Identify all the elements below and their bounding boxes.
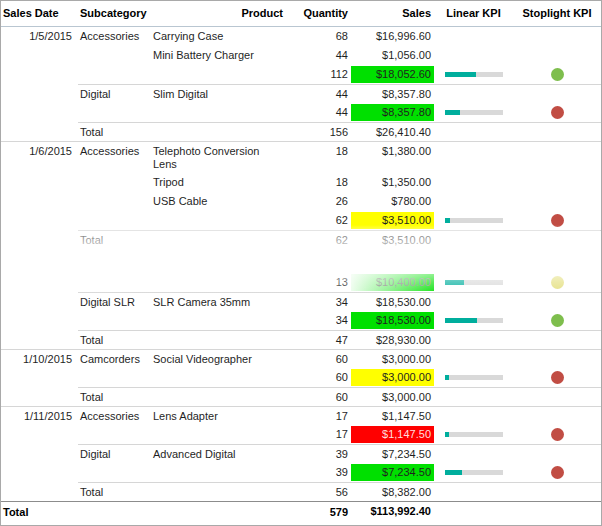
sales-cell: $18,530.00 [351, 292, 434, 311]
stoplight-kpi-cell [513, 230, 601, 249]
sales-value: $780.00 [351, 193, 434, 210]
linear-kpi-cell [434, 211, 513, 230]
sales-kpi-highlight: $1,147.50 [351, 426, 434, 443]
linear-kpi-fill [445, 110, 461, 115]
sales-cell: $3,000.00 [351, 349, 434, 368]
sales-cell: $28,930.00 [351, 330, 434, 349]
subcategory-cell: Digital SLR [78, 292, 149, 311]
subcategory-cell: Accessories [78, 27, 149, 46]
quantity-cell: 39 [286, 463, 351, 482]
product-cell [149, 273, 286, 292]
sales-kpi-report: Sales Date Subcategory Product Quantity … [0, 0, 602, 526]
sales-date-cell [1, 173, 78, 192]
subcategory-cell [78, 463, 149, 482]
column-header-quantity: Quantity [286, 1, 351, 27]
grand-total-row: Total 579 $113,992.40 [1, 501, 601, 525]
quantity-cell: 18 [286, 141, 351, 173]
linear-kpi-fill [445, 218, 451, 223]
quantity-cell: 62 [286, 211, 351, 230]
product-cell: Lens Adapter [149, 406, 286, 425]
stoplight-kpi-cell [513, 46, 601, 65]
sales-date-cell [1, 273, 78, 292]
sales-kpi-highlight: $3,510.00 [351, 212, 434, 229]
linear-kpi-cell [434, 103, 513, 122]
table-row: DigitalSlim Digital44$8,357.80 [1, 84, 601, 103]
product-cell [149, 103, 286, 122]
subcategory-cell [78, 65, 149, 84]
group-total-row: Total56$8,382.00 [1, 482, 601, 501]
sales-value: $113,992.40 [351, 503, 434, 520]
product-cell: Advanced Digital [149, 444, 286, 463]
sales-cell: $1,147.50 [351, 406, 434, 425]
linear-kpi-cell [434, 65, 513, 84]
linear-kpi-cell [434, 84, 513, 103]
grand-total-sales: $113,992.40 [351, 502, 434, 525]
table-row: Digital SLRSLR Camera 35mm34$18,530.00 [1, 292, 601, 311]
linear-kpi-gauge [445, 375, 503, 380]
table-row: USB Cable26$780.00 [1, 192, 601, 211]
table-row: Tripod18$1,350.00 [1, 173, 601, 192]
linear-kpi-cell [434, 387, 513, 406]
stoplight-indicator-red [551, 214, 564, 227]
product-cell [149, 122, 286, 141]
quantity-cell: 18 [286, 173, 351, 192]
sales-date-cell [1, 192, 78, 211]
linear-kpi-gauge [445, 432, 503, 437]
quantity-cell: 60 [286, 387, 351, 406]
quantity-cell: 47 [286, 330, 351, 349]
stoplight-indicator-green [551, 314, 564, 327]
subtotal-row: 13$10,400.00 [1, 273, 601, 292]
quantity-cell: 26 [286, 192, 351, 211]
linear-kpi-cell [434, 349, 513, 368]
sales-cell: $8,357.80 [351, 103, 434, 122]
sales-date-cell [1, 425, 78, 444]
quantity-cell: 13 [286, 273, 351, 292]
product-cell [149, 387, 286, 406]
sales-date-cell [1, 211, 78, 230]
stoplight-kpi-cell [513, 444, 601, 463]
stoplight-indicator-red [551, 428, 564, 441]
linear-kpi-gauge [445, 72, 503, 77]
quantity-cell: 17 [286, 425, 351, 444]
stoplight-kpi-cell [513, 311, 601, 330]
table-row: Mini Battery Charger44$1,056.00 [1, 46, 601, 65]
sales-date-cell [1, 482, 78, 501]
quantity-cell: 112 [286, 65, 351, 84]
subcategory-cell: Total [78, 387, 149, 406]
product-cell [149, 463, 286, 482]
quantity-cell: 17 [286, 406, 351, 425]
linear-kpi-cell [434, 502, 513, 525]
product-cell: Telephoto Conversion Lens [149, 141, 286, 173]
subcategory-cell: Digital [78, 84, 149, 103]
linear-kpi-cell [434, 249, 513, 273]
subcategory-cell [78, 502, 149, 525]
column-header-product: Product [149, 1, 286, 27]
sales-date-cell [1, 292, 78, 311]
grand-total-quantity: 579 [286, 502, 351, 525]
stoplight-kpi-cell [513, 482, 601, 501]
stoplight-kpi-cell [513, 211, 601, 230]
subtotal-row: 39$7,234.50 [1, 463, 601, 482]
sales-cell: $26,410.40 [351, 122, 434, 141]
product-cell [149, 230, 286, 249]
stoplight-kpi-cell [513, 463, 601, 482]
stoplight-kpi-cell [513, 65, 601, 84]
hidden-rows-gap [1, 249, 601, 273]
sales-value: $8,357.80 [351, 86, 434, 103]
stoplight-kpi-cell [513, 103, 601, 122]
sales-date-cell: 1/5/2015 [1, 27, 78, 46]
quantity-cell: 62 [286, 230, 351, 249]
linear-kpi-fill [445, 72, 477, 77]
sales-date-cell: 1/10/2015 [1, 349, 78, 368]
linear-kpi-cell [434, 311, 513, 330]
stoplight-indicator-red [551, 371, 564, 384]
subtotal-row: 44$8,357.80 [1, 103, 601, 122]
subtotal-row: 17$1,147.50 [1, 425, 601, 444]
linear-kpi-cell [434, 141, 513, 173]
subcategory-cell: Total [78, 482, 149, 501]
subcategory-cell [78, 273, 149, 292]
sales-cell: $18,052.60 [351, 65, 434, 84]
subcategory-cell: Digital [78, 444, 149, 463]
table-row: 1/10/2015CamcordersSocial Videographer60… [1, 349, 601, 368]
linear-kpi-cell [434, 463, 513, 482]
